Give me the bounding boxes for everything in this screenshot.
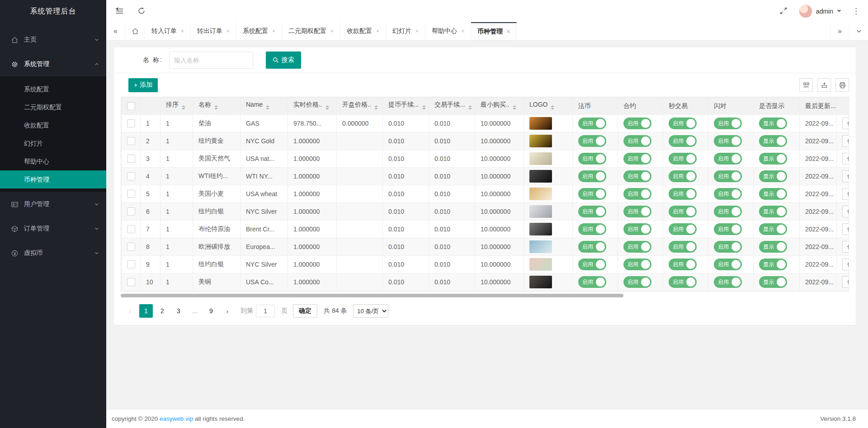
refresh-icon[interactable] bbox=[137, 7, 146, 15]
fiat-toggle[interactable]: 启用 bbox=[578, 135, 606, 147]
edit-button[interactable]: 修改 bbox=[842, 135, 849, 147]
row-checkbox[interactable] bbox=[127, 225, 135, 233]
page-button-9[interactable]: 9 bbox=[204, 304, 218, 318]
close-icon[interactable]: × bbox=[181, 28, 184, 34]
flash-toggle[interactable]: 启用 bbox=[714, 153, 742, 165]
close-icon[interactable]: × bbox=[272, 28, 275, 34]
visible-toggle[interactable]: 显示 bbox=[759, 259, 787, 270]
column-header-min_buy[interactable]: 最小购买.. bbox=[475, 98, 524, 115]
row-checkbox[interactable] bbox=[127, 190, 135, 198]
column-header-checkbox[interactable] bbox=[122, 98, 141, 115]
close-icon[interactable]: × bbox=[415, 28, 419, 34]
shrink-menu-icon[interactable] bbox=[115, 7, 124, 15]
column-header-open_price[interactable]: 开盘价格.. bbox=[337, 98, 383, 115]
page-jump-input[interactable] bbox=[256, 305, 275, 317]
search-button[interactable]: 搜索 bbox=[266, 52, 301, 69]
contract-toggle[interactable]: 启用 bbox=[623, 223, 651, 235]
row-checkbox[interactable] bbox=[127, 172, 135, 180]
sidebar-item-1[interactable]: 主页 bbox=[0, 28, 106, 52]
column-header-trade_fee[interactable]: 交易手续... bbox=[429, 98, 475, 115]
tab-收款配置[interactable]: 收款配置× bbox=[340, 22, 386, 40]
sidebar-item-3[interactable]: 用户管理 bbox=[0, 192, 106, 216]
flash-toggle[interactable]: 启用 bbox=[714, 118, 742, 129]
tab-系统配置[interactable]: 系统配置× bbox=[236, 22, 282, 40]
visible-toggle[interactable]: 显示 bbox=[759, 170, 787, 182]
seconds-toggle[interactable]: 启用 bbox=[669, 153, 697, 165]
column-header-sort[interactable]: 排序 bbox=[160, 98, 193, 115]
column-header-withdraw_fee[interactable]: 提币手续... bbox=[383, 98, 429, 115]
edit-button[interactable]: 修改 bbox=[842, 241, 849, 253]
edit-button[interactable]: 修改 bbox=[842, 170, 849, 182]
tab-转出订单[interactable]: 转出订单× bbox=[191, 22, 236, 40]
fiat-toggle[interactable]: 启用 bbox=[578, 206, 606, 217]
column-header-logo[interactable]: LOGO bbox=[524, 98, 573, 115]
column-header-name_en[interactable]: Name bbox=[241, 98, 288, 115]
seconds-toggle[interactable]: 启用 bbox=[669, 223, 697, 235]
flash-toggle[interactable]: 启用 bbox=[714, 276, 742, 288]
fiat-toggle[interactable]: 启用 bbox=[578, 223, 606, 235]
close-icon[interactable]: × bbox=[226, 28, 230, 34]
page-button-1[interactable]: 1 bbox=[139, 304, 153, 318]
visible-toggle[interactable]: 显示 bbox=[759, 118, 787, 129]
sort-carets-icon[interactable] bbox=[468, 103, 472, 112]
sidebar-subitem-二元期权配置[interactable]: 二元期权配置 bbox=[0, 98, 106, 116]
flash-toggle[interactable]: 启用 bbox=[714, 170, 742, 182]
seconds-toggle[interactable]: 启用 bbox=[669, 188, 697, 200]
row-checkbox[interactable] bbox=[127, 243, 135, 251]
close-icon[interactable]: × bbox=[507, 28, 510, 35]
contract-toggle[interactable]: 启用 bbox=[623, 118, 651, 129]
flash-toggle[interactable]: 启用 bbox=[714, 206, 742, 217]
row-checkbox[interactable] bbox=[127, 155, 135, 163]
user-menu[interactable]: admin bbox=[799, 5, 841, 18]
column-header-name_cn[interactable]: 名称 bbox=[193, 98, 241, 115]
seconds-toggle[interactable]: 启用 bbox=[669, 118, 697, 129]
edit-button[interactable]: 修改 bbox=[842, 118, 849, 129]
contract-toggle[interactable]: 启用 bbox=[623, 206, 651, 217]
visible-toggle[interactable]: 显示 bbox=[759, 206, 787, 217]
tabs-scroll-right-icon[interactable]: » bbox=[830, 22, 849, 40]
seconds-toggle[interactable]: 启用 bbox=[669, 206, 697, 217]
edit-button[interactable]: 修改 bbox=[842, 259, 849, 270]
sidebar-subitem-帮助中心[interactable]: 帮助中心 bbox=[0, 152, 106, 170]
confirm-page-button[interactable]: 确定 bbox=[293, 304, 317, 318]
flash-toggle[interactable]: 启用 bbox=[714, 241, 742, 253]
visible-toggle[interactable]: 显示 bbox=[759, 188, 787, 200]
seconds-toggle[interactable]: 启用 bbox=[669, 241, 697, 253]
flash-toggle[interactable]: 启用 bbox=[714, 223, 742, 235]
columns-filter-icon[interactable] bbox=[799, 78, 813, 92]
row-checkbox[interactable] bbox=[127, 278, 135, 286]
close-icon[interactable]: × bbox=[330, 28, 334, 34]
sort-carets-icon[interactable] bbox=[182, 103, 185, 112]
flash-toggle[interactable]: 启用 bbox=[714, 135, 742, 147]
page-size-select[interactable]: 10 条/页 bbox=[353, 304, 388, 318]
sort-carets-icon[interactable] bbox=[551, 103, 554, 112]
tab-幻灯片[interactable]: 幻灯片× bbox=[386, 22, 425, 40]
close-icon[interactable]: × bbox=[461, 28, 464, 34]
edit-button[interactable]: 修改 bbox=[842, 206, 849, 217]
visible-toggle[interactable]: 显示 bbox=[759, 241, 787, 253]
search-input[interactable] bbox=[169, 52, 253, 69]
tab-二元期权配置[interactable]: 二元期权配置× bbox=[282, 22, 340, 40]
edit-button[interactable]: 修改 bbox=[842, 188, 849, 200]
tabs-scroll-left-icon[interactable]: « bbox=[106, 22, 125, 40]
horizontal-scrollbar[interactable] bbox=[121, 293, 849, 298]
fiat-toggle[interactable]: 启用 bbox=[578, 188, 606, 200]
tabs-menu-icon[interactable] bbox=[849, 22, 868, 40]
row-checkbox[interactable] bbox=[127, 137, 135, 145]
add-button[interactable]: + 添加 bbox=[128, 78, 158, 92]
tab-帮助中心[interactable]: 帮助中心× bbox=[425, 22, 471, 40]
contract-toggle[interactable]: 启用 bbox=[623, 276, 651, 288]
sidebar-item-5[interactable]: 虚拟币 bbox=[0, 241, 106, 265]
seconds-toggle[interactable]: 启用 bbox=[669, 276, 697, 288]
flash-toggle[interactable]: 启用 bbox=[714, 188, 742, 200]
sort-carets-icon[interactable] bbox=[266, 103, 269, 112]
row-checkbox[interactable] bbox=[127, 260, 135, 268]
tab-币种管理[interactable]: 币种管理× bbox=[471, 22, 517, 40]
sidebar-item-2[interactable]: 系统管理 bbox=[0, 52, 106, 76]
sort-carets-icon[interactable] bbox=[513, 103, 516, 112]
sidebar-subitem-幻灯片[interactable]: 幻灯片 bbox=[0, 134, 106, 152]
column-header-price[interactable]: 实时价格.. bbox=[288, 98, 337, 115]
fiat-toggle[interactable]: 启用 bbox=[578, 276, 606, 288]
tab-home[interactable] bbox=[125, 22, 145, 40]
fiat-toggle[interactable]: 启用 bbox=[578, 170, 606, 182]
